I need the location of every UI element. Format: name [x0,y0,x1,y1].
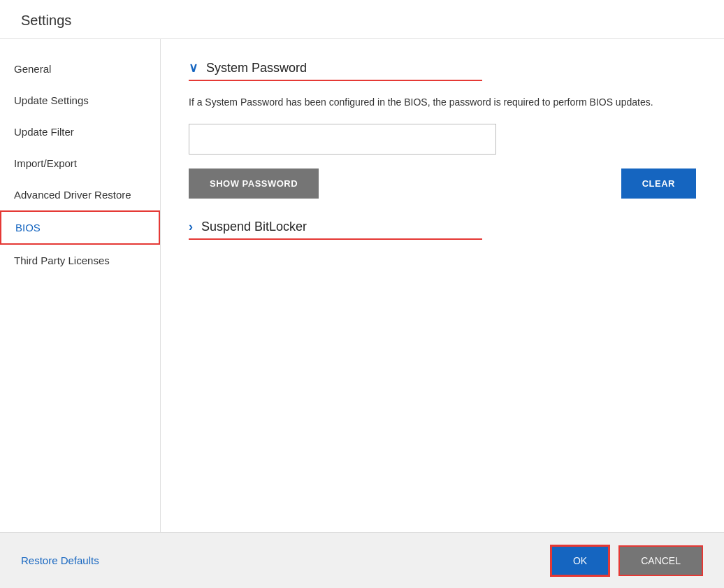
sidebar-item-bios[interactable]: BIOS [0,210,160,245]
password-input[interactable] [189,124,496,155]
footer-right: OK CANCEL [550,545,703,577]
show-password-button[interactable]: SHOW PASSWORD [189,168,319,199]
cancel-button[interactable]: CANCEL [618,545,703,576]
sidebar-item-update-filter[interactable]: Update Filter [0,116,160,148]
sidebar-item-third-party-licenses[interactable]: Third Party Licenses [0,245,160,276]
suspend-bitlocker-underline [189,238,482,240]
clear-button[interactable]: CLEAR [621,168,696,199]
sidebar-item-import-export[interactable]: Import/Export [0,148,160,179]
sidebar-item-general[interactable]: General [0,53,160,85]
sidebar-item-update-settings[interactable]: Update Settings [0,85,160,116]
sidebar-item-advanced-driver-restore[interactable]: Advanced Driver Restore [0,179,160,210]
system-password-description: If a System Password has been configured… [189,95,696,110]
system-password-header[interactable]: ∨ System Password [189,60,696,76]
main-content: General Update Settings Update Filter Im… [0,39,724,532]
content-area: ∨ System Password If a System Password h… [161,39,724,532]
system-password-chevron-icon: ∨ [189,60,198,76]
title-bar: Settings [0,0,724,39]
ok-button[interactable]: OK [550,545,610,577]
page-title: Settings [21,13,703,29]
footer: Restore Defaults OK CANCEL [0,532,724,588]
suspend-bitlocker-chevron-icon: › [189,220,193,234]
sidebar: General Update Settings Update Filter Im… [0,39,161,532]
system-password-title: System Password [206,61,307,76]
suspend-bitlocker-header[interactable]: › Suspend BitLocker [189,220,696,234]
password-button-row: SHOW PASSWORD CLEAR [189,168,696,199]
system-password-underline [189,80,482,81]
suspend-bitlocker-section: › Suspend BitLocker [189,220,696,240]
system-password-section: ∨ System Password If a System Password h… [189,60,696,199]
restore-defaults-button[interactable]: Restore Defaults [21,554,99,566]
suspend-bitlocker-title: Suspend BitLocker [201,220,307,234]
